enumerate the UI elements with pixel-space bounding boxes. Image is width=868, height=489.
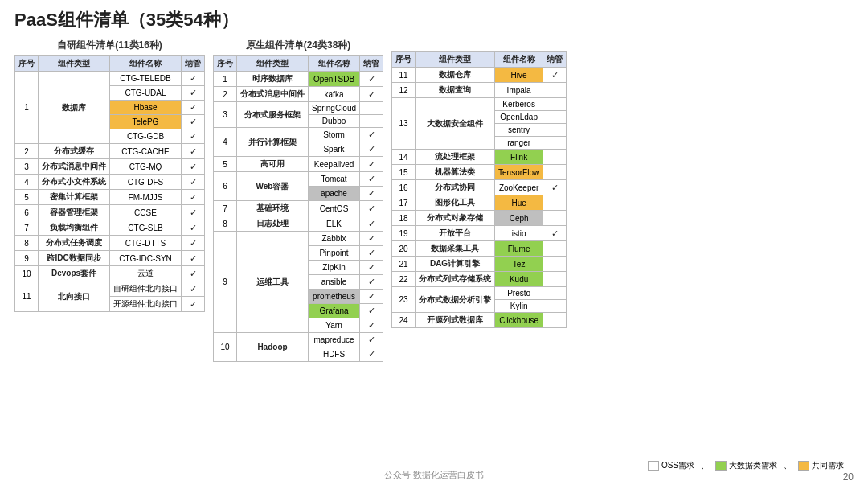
cell-name: Presto: [495, 287, 543, 300]
legend-common: 共同需求: [798, 460, 844, 471]
cell-no: 14: [392, 150, 416, 165]
cell-no: 6: [15, 205, 39, 220]
cell-name: CCSE: [110, 205, 182, 220]
cell-check: [360, 115, 383, 128]
th-no-3: 序号: [392, 52, 416, 68]
cell-name: Storm: [309, 128, 360, 142]
cell-name: Impala: [495, 83, 543, 98]
th-name-3: 组件名称: [495, 52, 543, 68]
cell-no: 15: [392, 165, 416, 180]
cell-type: 容器管理框架: [39, 205, 110, 220]
cell-check: ✓: [182, 205, 205, 220]
cell-type: DAG计算引擎: [416, 257, 495, 272]
cell-no: 5: [15, 190, 39, 205]
page-title: PaaS组件清单（35类54种）: [14, 8, 854, 32]
cell-name: ELK: [309, 216, 360, 232]
cell-name: TelePG: [110, 115, 182, 129]
section2-title: 原生组件清单(24类38种): [246, 39, 351, 52]
cell-name: Keepalived: [309, 157, 360, 172]
cell-name: mapreduce: [309, 333, 360, 347]
cell-check: ✓: [360, 275, 383, 290]
cell-check: ✓: [543, 180, 567, 195]
cell-check: ✓: [182, 190, 205, 205]
cell-name: Grafana: [309, 304, 360, 318]
cell-check: ✓: [182, 72, 205, 86]
cell-type: 日志处理: [237, 216, 309, 232]
legend-label-bigdata: 大数据类需求: [729, 460, 777, 471]
cell-check: ✓: [543, 68, 567, 83]
cell-name: prometheus: [309, 290, 360, 304]
cell-name: CTG-GDB: [110, 129, 182, 144]
cell-no: 9: [15, 251, 39, 266]
cell-no: 19: [392, 226, 416, 241]
cell-no: 9: [214, 232, 237, 333]
cell-no: 8: [15, 236, 39, 251]
th-check-2: 纳管: [360, 56, 383, 72]
cell-check: [543, 313, 567, 328]
cell-type: 基础环境: [237, 201, 309, 216]
cell-check: [543, 83, 567, 98]
page-number: 20: [843, 471, 854, 483]
cell-check: ✓: [360, 304, 383, 318]
cell-type: 大数据安全组件: [416, 98, 495, 150]
cell-name: HDFS: [309, 347, 360, 362]
cell-check: ✓: [360, 87, 383, 102]
content-row: 自研组件清单(11类16种) 序号 组件类型 组件名称 纳管 1数据库CTG-T…: [14, 39, 854, 362]
th-type-3: 组件类型: [416, 52, 495, 68]
cell-no: 5: [214, 157, 237, 172]
cell-no: 13: [392, 98, 416, 150]
cell-check: ✓: [360, 157, 383, 172]
cell-no: 7: [15, 220, 39, 236]
cell-name: Ceph: [495, 211, 543, 226]
cell-check: [543, 287, 567, 300]
cell-check: [543, 195, 567, 211]
cell-check: ✓: [182, 159, 205, 175]
cell-no: 17: [392, 195, 416, 211]
th-no-2: 序号: [214, 56, 237, 72]
cell-name: Tez: [495, 257, 543, 272]
cell-name: sentry: [495, 124, 543, 137]
cell-no: 23: [392, 287, 416, 313]
cell-check: [543, 211, 567, 226]
cell-name: CTG-UDAL: [110, 86, 182, 101]
table-2: 序号 组件类型 组件名称 纳管 1时序数据库OpenTSDB✓2分布式消息中间件…: [213, 55, 383, 362]
cell-check: ✓: [360, 128, 383, 142]
cell-check: ✓: [182, 101, 205, 115]
cell-type: Web容器: [237, 172, 309, 201]
cell-check: ✓: [182, 144, 205, 159]
section1-title: 自研组件清单(11类16种): [57, 39, 162, 52]
cell-check: ✓: [182, 236, 205, 251]
cell-name: CTG-TELEDB: [110, 72, 182, 86]
cell-check: ✓: [360, 172, 383, 187]
cell-check: ✓: [360, 142, 383, 157]
cell-no: 21: [392, 257, 416, 272]
cell-check: ✓: [360, 232, 383, 246]
cell-check: ✓: [182, 115, 205, 129]
cell-no: 1: [15, 72, 39, 144]
th-check-3: 纳管: [543, 52, 567, 68]
cell-type: 分布式任务调度: [39, 236, 110, 251]
cell-name: CTG-SLB: [110, 220, 182, 236]
legend-box-common: [798, 461, 809, 471]
cell-type: 高可用: [237, 157, 309, 172]
cell-check: ✓: [360, 290, 383, 304]
cell-type: 数据库: [39, 72, 110, 144]
legend-sep2: 、: [784, 460, 792, 471]
cell-type: 流处理框架: [416, 150, 495, 165]
cell-name: Hive: [495, 68, 543, 83]
cell-type: 时序数据库: [237, 72, 309, 87]
cell-no: 4: [214, 128, 237, 157]
cell-check: ✓: [182, 251, 205, 266]
th-check-1: 纳管: [182, 56, 205, 72]
cell-check: ✓: [360, 72, 383, 87]
cell-name: Flink: [495, 150, 543, 165]
cell-check: ✓: [543, 226, 567, 241]
cell-check: [543, 165, 567, 180]
cell-check: ✓: [360, 187, 383, 201]
legend-row: OSS需求 、 大数据类需求 、 共同需求: [648, 460, 844, 471]
cell-no: 12: [392, 83, 416, 98]
cell-name: Hue: [495, 195, 543, 211]
cell-name: 云道: [110, 266, 182, 281]
cell-name: SpringCloud: [309, 102, 360, 115]
cell-name: Kerberos: [495, 98, 543, 111]
